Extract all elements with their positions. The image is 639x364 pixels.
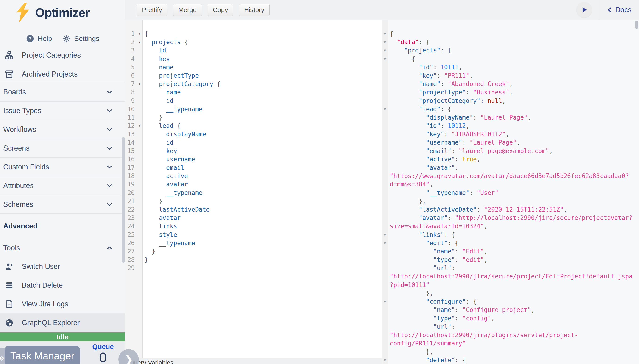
fold-arrow-icon[interactable] (382, 63, 388, 72)
fold-arrow-icon[interactable] (137, 247, 143, 256)
fold-arrow-icon[interactable]: ▼ (382, 239, 388, 247)
sidebar-item-project-categories[interactable]: Project Categories (0, 46, 125, 65)
editor-line[interactable]: 21 } (125, 197, 382, 205)
task-manager-button[interactable]: Task Manager (5, 346, 80, 364)
fold-arrow-icon[interactable] (382, 281, 388, 289)
fold-arrow-icon[interactable]: ▼ (382, 230, 388, 239)
sidebar-section-issue-types[interactable]: Issue Types (0, 101, 125, 120)
fold-arrow-icon[interactable] (137, 197, 143, 205)
fold-arrow-icon[interactable] (382, 113, 388, 122)
fold-arrow-icon[interactable]: ▾ (137, 122, 143, 130)
editor-line[interactable]: 23 avatar (125, 214, 382, 222)
fold-arrow-icon[interactable] (382, 164, 388, 172)
fold-arrow-icon[interactable] (137, 155, 143, 164)
fold-arrow-icon[interactable] (382, 122, 388, 130)
editor-line[interactable]: 1▾{ (125, 30, 382, 38)
sidebar-section-boards[interactable]: Boards (0, 82, 125, 101)
fold-arrow-icon[interactable] (382, 155, 388, 164)
fold-arrow-icon[interactable] (137, 164, 143, 172)
fold-arrow-icon[interactable] (382, 197, 388, 205)
fold-arrow-icon[interactable] (382, 331, 388, 339)
editor-line[interactable]: 4 key (125, 55, 382, 63)
sidebar-item-view-jira-logs[interactable]: View Jira Logs (0, 294, 125, 313)
editor-line[interactable]: 22 lastActiveDate (125, 205, 382, 214)
fold-arrow-icon[interactable] (382, 339, 388, 348)
fold-arrow-icon[interactable] (137, 88, 143, 96)
editor-line[interactable]: 8 name (125, 88, 382, 96)
fold-arrow-icon[interactable] (137, 172, 143, 180)
fold-arrow-icon[interactable] (137, 256, 143, 264)
query-variables-bar[interactable]: Query Variables (125, 358, 382, 364)
editor-line[interactable]: 10 __typename (125, 105, 382, 113)
editor-line[interactable]: 17 email (125, 164, 382, 172)
editor-line[interactable]: 24 links (125, 222, 382, 230)
fold-arrow-icon[interactable] (137, 230, 143, 239)
editor-line[interactable]: 26 __typename (125, 239, 382, 247)
fold-arrow-icon[interactable] (382, 130, 388, 138)
fold-arrow-icon[interactable] (137, 105, 143, 113)
fold-arrow-icon[interactable] (382, 72, 388, 80)
editor-line[interactable]: 9 id (125, 97, 382, 105)
fold-arrow-icon[interactable]: ▼ (382, 105, 388, 113)
history-button[interactable]: History (239, 4, 270, 16)
execute-query-button[interactable] (576, 2, 592, 18)
editor-line[interactable]: 6 projectType (125, 72, 382, 80)
fold-arrow-icon[interactable] (137, 147, 143, 155)
sidebar-section-attributes[interactable]: Attributes (0, 176, 125, 195)
editor-line[interactable]: 15 key (125, 147, 382, 155)
fold-arrow-icon[interactable] (137, 72, 143, 80)
merge-button[interactable]: Merge (173, 4, 202, 16)
editor-line[interactable]: 27 } (125, 247, 382, 256)
fold-arrow-icon[interactable] (137, 46, 143, 54)
fold-arrow-icon[interactable] (382, 205, 388, 214)
editor-line[interactable]: 19 avatar (125, 180, 382, 188)
fold-arrow-icon[interactable] (137, 205, 143, 214)
fold-arrow-icon[interactable] (137, 222, 143, 230)
fold-arrow-icon[interactable] (382, 88, 388, 96)
response-scrollbar[interactable] (635, 20, 638, 29)
copy-button[interactable]: Copy (208, 4, 233, 16)
fold-arrow-icon[interactable]: ▾ (137, 38, 143, 46)
fold-arrow-icon[interactable]: ▾ (137, 30, 143, 38)
sidebar-section-schemes[interactable]: Schemes (0, 195, 125, 214)
fold-arrow-icon[interactable] (382, 348, 388, 356)
editor-line[interactable]: 28} (125, 256, 382, 264)
editor-line[interactable]: 14 id (125, 138, 382, 146)
fold-arrow-icon[interactable] (137, 189, 143, 197)
sidebar-section-workflows[interactable]: Workflows (0, 120, 125, 139)
fold-arrow-icon[interactable] (382, 256, 388, 264)
fold-arrow-icon[interactable]: ▼ (382, 356, 388, 364)
fold-arrow-icon[interactable] (137, 180, 143, 188)
fold-arrow-icon[interactable] (137, 214, 143, 222)
fold-arrow-icon[interactable] (137, 264, 143, 272)
fold-arrow-icon[interactable]: ▾ (137, 80, 143, 88)
fold-arrow-icon[interactable] (137, 138, 143, 146)
fold-arrow-icon[interactable] (382, 97, 388, 105)
editor-line[interactable]: 29 (125, 264, 382, 272)
fold-arrow-icon[interactable]: ▼ (382, 30, 388, 38)
fold-arrow-icon[interactable] (382, 172, 388, 180)
sidebar-item-archived-projects[interactable]: Archived Projects (0, 65, 125, 84)
fold-arrow-icon[interactable] (382, 80, 388, 88)
fold-arrow-icon[interactable] (137, 130, 143, 138)
fold-arrow-icon[interactable] (382, 222, 388, 230)
docs-button[interactable]: Docs (599, 0, 639, 20)
help-button[interactable]: ? Help (26, 34, 52, 43)
editor-line[interactable]: 3 id (125, 46, 382, 54)
sidebar-section-custom-fields[interactable]: Custom Fields (0, 158, 125, 176)
fold-arrow-icon[interactable] (382, 180, 388, 188)
fold-arrow-icon[interactable] (137, 97, 143, 105)
fold-arrow-icon[interactable] (137, 113, 143, 122)
editor-line[interactable]: 25 style (125, 230, 382, 239)
sidebar-item-graphql-explorer[interactable]: GraphQL Explorer (0, 313, 125, 332)
fold-arrow-icon[interactable] (382, 138, 388, 146)
sidebar-section-screens[interactable]: Screens (0, 139, 125, 158)
fold-arrow-icon[interactable] (382, 189, 388, 197)
fold-arrow-icon[interactable] (382, 322, 388, 331)
editor-line[interactable]: 12▾ lead { (125, 122, 382, 130)
fold-arrow-icon[interactable]: ▼ (382, 298, 388, 306)
sidebar-item-tools[interactable]: Tools (0, 239, 125, 257)
editor-line[interactable]: 13 displayName (125, 130, 382, 138)
sidebar-item-batch-delete[interactable]: Batch Delete (0, 276, 125, 294)
editor-line[interactable]: 20 __typename (125, 189, 382, 197)
